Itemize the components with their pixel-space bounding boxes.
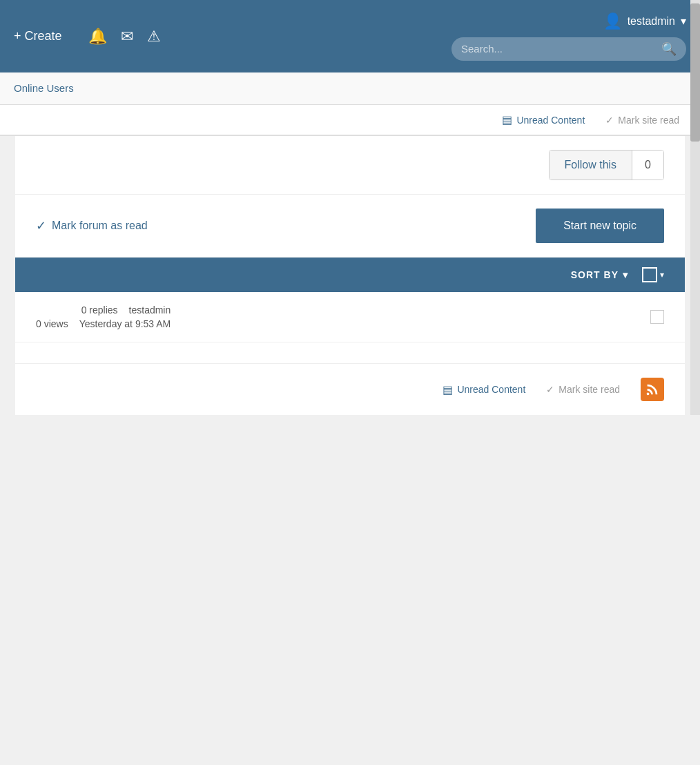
online-users-link[interactable]: Online Users — [14, 82, 74, 94]
main-content: Follow this 0 ✓ Mark forum as read Start… — [15, 136, 685, 415]
bottom-toolbar: ▤ Unread Content ✓ Mark site read — [15, 363, 685, 415]
create-label: + Create — [14, 29, 62, 43]
search-button[interactable]: 🔍 — [661, 41, 677, 57]
scrollbar-thumb[interactable] — [690, 3, 700, 142]
mark-forum-read-label: Mark forum as read — [52, 220, 148, 232]
header-right: 👤 testadmin ▾ 🔍 — [451, 12, 686, 61]
bottom-mark-site-read-link[interactable]: ✓ Mark site read — [546, 384, 620, 395]
unread-content-icon: ▤ — [502, 113, 512, 126]
bottom-unread-content-label: Unread Content — [457, 384, 525, 395]
header: + Create 🔔 ✉ ⚠ 👤 testadmin ▾ 🔍 — [0, 0, 700, 72]
topic-user[interactable]: testadmin — [129, 304, 171, 316]
sort-by-arrow: ▾ — [623, 269, 628, 280]
user-dropdown-arrow: ▾ — [681, 14, 686, 28]
actions-row: ✓ Mark forum as read Start new topic — [15, 195, 685, 258]
header-left: + Create 🔔 ✉ ⚠ — [14, 28, 161, 46]
checkbox-dropdown-arrow[interactable]: ▾ — [660, 270, 664, 280]
start-new-topic-button[interactable]: Start new topic — [536, 209, 664, 243]
search-input[interactable] — [461, 43, 661, 55]
unread-content-link[interactable]: ▤ Unread Content — [502, 113, 585, 126]
topic-views: 0 views — [36, 318, 68, 329]
topic-stats: 0 replies testadmin — [81, 304, 171, 316]
svg-point-0 — [647, 393, 650, 396]
mark-site-read-link[interactable]: ✓ Mark site read — [605, 115, 679, 126]
rss-icon[interactable] — [641, 378, 664, 401]
username-label: testadmin — [628, 15, 675, 28]
topic-time: Yesterday at 9:53 AM — [79, 318, 171, 329]
follow-button-group: Follow this 0 — [549, 150, 664, 180]
top-toolbar-row: ▤ Unread Content ✓ Mark site read — [0, 105, 700, 135]
bottom-check-icon: ✓ — [546, 384, 554, 395]
notification-icon[interactable]: 🔔 — [88, 28, 107, 46]
sort-checkbox-group: ▾ — [642, 267, 664, 282]
scrollbar[interactable] — [690, 0, 700, 415]
select-all-checkbox[interactable] — [642, 267, 657, 282]
topic-meta: 0 replies testadmin 0 views Yesterday at… — [36, 304, 171, 329]
topic-views-row: 0 views Yesterday at 9:53 AM — [36, 318, 171, 329]
bottom-unread-content-link[interactable]: ▤ Unread Content — [443, 383, 525, 396]
user-avatar-icon: 👤 — [603, 12, 622, 30]
topic-checkbox[interactable] — [650, 310, 664, 324]
alert-icon[interactable]: ⚠ — [147, 28, 161, 46]
online-users-bar: Online Users — [0, 72, 700, 105]
mark-forum-check-icon: ✓ — [36, 218, 46, 233]
bottom-mark-site-read-label: Mark site read — [558, 384, 620, 395]
user-area[interactable]: 👤 testadmin ▾ — [603, 12, 686, 30]
sort-bar: SORT BY ▾ ▾ — [15, 258, 685, 292]
topic-row: 0 replies testadmin 0 views Yesterday at… — [15, 292, 685, 342]
header-icons: 🔔 ✉ ⚠ — [88, 28, 161, 46]
sort-by-button[interactable]: SORT BY ▾ — [571, 269, 628, 280]
follow-button[interactable]: Follow this — [550, 151, 632, 180]
follow-bar: Follow this 0 — [15, 136, 685, 195]
topic-replies: 0 replies — [81, 304, 118, 316]
create-button[interactable]: + Create — [14, 29, 62, 43]
follow-count: 0 — [632, 151, 663, 180]
check-icon: ✓ — [605, 115, 614, 126]
unread-content-label: Unread Content — [516, 115, 585, 126]
mark-site-read-label: Mark site read — [618, 115, 679, 126]
messages-icon[interactable]: ✉ — [121, 28, 133, 46]
search-bar: 🔍 — [451, 37, 686, 61]
sort-by-label: SORT BY — [571, 269, 619, 280]
bottom-unread-content-icon: ▤ — [443, 383, 453, 396]
mark-forum-read[interactable]: ✓ Mark forum as read — [36, 218, 148, 233]
